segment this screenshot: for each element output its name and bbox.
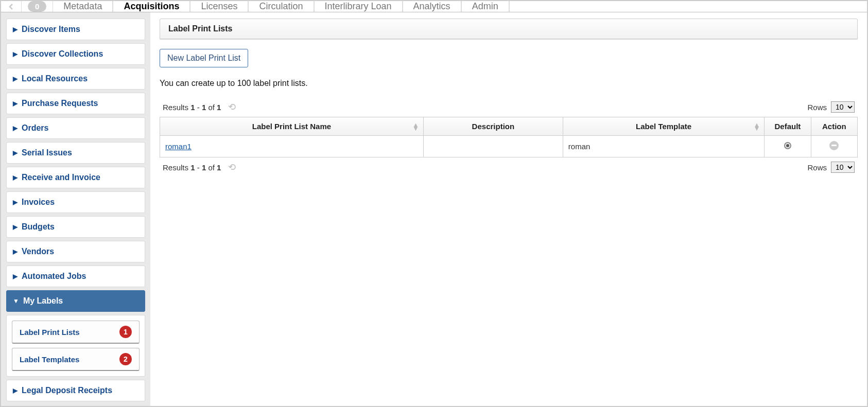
main-panel: Label Print Lists New Label Print List Y… — [150, 12, 867, 407]
back-button[interactable] — [1, 1, 22, 12]
panel-header: Label Print Lists — [160, 19, 858, 39]
sidebar-item-automated-jobs[interactable]: ▶Automated Jobs — [6, 266, 145, 287]
refresh-icon[interactable]: ⟲ — [228, 101, 236, 113]
tab-analytics[interactable]: Analytics — [403, 1, 461, 12]
step-badge: 2 — [119, 353, 132, 365]
col-header-description[interactable]: Description — [423, 117, 563, 136]
sidebar-subitem-label-templates[interactable]: Label Templates2 — [12, 348, 140, 371]
sidebar: ▶Discover Items▶Discover Collections▶Loc… — [1, 12, 150, 407]
col-header-template[interactable]: Label Template ▲▼ — [563, 117, 764, 136]
caret-right-icon: ▶ — [13, 199, 18, 206]
sidebar-item-label: Discover Collections — [22, 49, 103, 59]
rows-select[interactable]: 10 — [831, 101, 855, 113]
panel-title: Label Print Lists — [168, 24, 232, 33]
top-tabs-bar: 0 MetadataAcquisitionsLicensesCirculatio… — [1, 1, 867, 12]
tab-circulation[interactable]: Circulation — [248, 1, 314, 12]
sidebar-subitem-label: Label Templates — [20, 355, 79, 364]
caret-right-icon: ▶ — [13, 273, 18, 280]
results-summary: Results 1 - 1 of 1 — [163, 103, 221, 112]
new-label-print-list-button[interactable]: New Label Print List — [160, 49, 248, 67]
sidebar-item-discover-collections[interactable]: ▶Discover Collections — [6, 43, 145, 65]
caret-right-icon: ▶ — [13, 125, 18, 132]
cell-template: roman — [563, 136, 764, 157]
caret-down-icon: ▼ — [13, 297, 19, 305]
count-badge: 0 — [28, 1, 46, 12]
count-badge-wrap: 0 — [22, 1, 53, 12]
sidebar-item-label: Local Resources — [22, 74, 88, 83]
sidebar-item-label: Legal Deposit Receipts — [22, 386, 112, 395]
sidebar-item-label: My Labels — [23, 296, 63, 306]
tab-spacer — [509, 1, 867, 12]
caret-right-icon: ▶ — [13, 387, 18, 394]
sidebar-item-label: Vendors — [22, 247, 54, 256]
sidebar-subitem-label-print-lists[interactable]: Label Print Lists1 — [12, 321, 140, 344]
sidebar-item-serial-issues[interactable]: ▶Serial Issues — [6, 142, 145, 164]
col-header-name[interactable]: Label Print List Name ▲▼ — [160, 117, 424, 136]
sidebar-item-receive-and-invoice[interactable]: ▶Receive and Invoice — [6, 167, 145, 188]
sidebar-item-label: Automated Jobs — [22, 272, 86, 281]
sidebar-item-budgets[interactable]: ▶Budgets — [6, 216, 145, 238]
sidebar-item-label: Purchase Requests — [22, 99, 98, 108]
sidebar-item-purchase-requests[interactable]: ▶Purchase Requests — [6, 93, 145, 114]
pager-top: Results 1 - 1 of 1 ⟲ Rows 10 — [160, 97, 858, 117]
info-text: You can create up to 100 label print lis… — [160, 79, 867, 88]
chevron-left-icon — [8, 3, 15, 10]
sidebar-item-label: Invoices — [22, 198, 55, 207]
caret-right-icon: ▶ — [13, 223, 18, 231]
table-row: roman1roman — [160, 136, 858, 157]
caret-right-icon: ▶ — [13, 248, 18, 255]
sidebar-item-label: Discover Items — [22, 25, 80, 34]
step-badge: 1 — [119, 326, 132, 338]
caret-right-icon: ▶ — [13, 50, 18, 58]
caret-right-icon: ▶ — [13, 100, 18, 107]
label-print-lists-table: Label Print List Name ▲▼ Description Lab… — [160, 117, 858, 157]
col-header-default: Default — [765, 117, 811, 136]
caret-right-icon: ▶ — [13, 149, 18, 156]
sidebar-item-label: Budgets — [22, 222, 55, 232]
rows-select[interactable]: 10 — [831, 162, 855, 173]
sort-icon: ▲▼ — [412, 123, 419, 130]
caret-right-icon: ▶ — [13, 75, 18, 82]
sidebar-item-invoices[interactable]: ▶Invoices — [6, 191, 145, 213]
results-summary: Results 1 - 1 of 1 — [163, 163, 221, 172]
sort-icon: ▲▼ — [753, 123, 760, 130]
sidebar-item-my-labels[interactable]: ▼ My Labels — [6, 290, 145, 312]
tab-interlibrary-loan[interactable]: Interlibrary Loan — [314, 1, 403, 12]
caret-right-icon: ▶ — [13, 26, 18, 33]
caret-right-icon: ▶ — [13, 174, 18, 181]
refresh-icon[interactable]: ⟲ — [228, 162, 236, 173]
col-header-action: Action — [811, 117, 857, 136]
panel-divider — [160, 39, 858, 40]
sidebar-item-vendors[interactable]: ▶Vendors — [6, 241, 145, 262]
sidebar-item-legal-deposit-receipts[interactable]: ▶Legal Deposit Receipts — [6, 380, 145, 401]
label-print-list-link[interactable]: roman1 — [165, 142, 192, 151]
sidebar-item-orders[interactable]: ▶Orders — [6, 117, 145, 139]
sidebar-item-label: Orders — [22, 123, 48, 133]
delete-icon[interactable] — [829, 141, 839, 150]
cell-description — [423, 136, 563, 157]
tab-admin[interactable]: Admin — [461, 1, 509, 12]
sidebar-item-label: Receive and Invoice — [22, 173, 100, 182]
tab-licenses[interactable]: Licenses — [190, 1, 248, 12]
sidebar-subitems: Label Print Lists1Label Templates2 — [6, 315, 145, 377]
sidebar-item-discover-items[interactable]: ▶Discover Items — [6, 19, 145, 40]
sidebar-item-label: Serial Issues — [22, 148, 72, 157]
default-radio[interactable] — [784, 142, 791, 149]
pager-bottom: Results 1 - 1 of 1 ⟲ Rows 10 — [160, 157, 858, 177]
sidebar-subitem-label: Label Print Lists — [20, 328, 80, 337]
rows-label: Rows — [807, 163, 827, 172]
tab-metadata[interactable]: Metadata — [53, 1, 113, 12]
rows-label: Rows — [807, 103, 827, 112]
sidebar-item-local-resources[interactable]: ▶Local Resources — [6, 68, 145, 90]
tab-acquisitions[interactable]: Acquisitions — [113, 1, 190, 12]
